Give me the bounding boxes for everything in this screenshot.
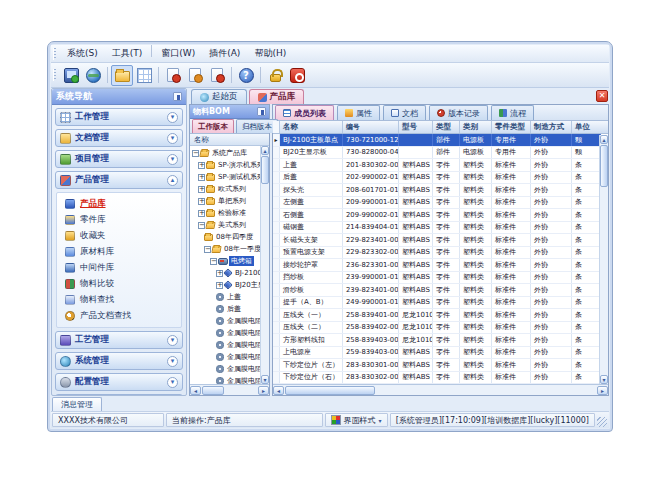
scroll-left-icon[interactable]: ◂ xyxy=(273,386,284,395)
scroll-down-icon[interactable]: ▾ xyxy=(600,375,608,384)
menu-tools[interactable]: 工具(T) xyxy=(105,45,150,62)
tree-node[interactable]: − 系统产品库 xyxy=(190,147,269,159)
document-delete-button[interactable] xyxy=(162,65,184,86)
table-horizontal-scrollbar[interactable]: ◂ ▸ xyxy=(273,384,608,395)
column-header[interactable]: 零件类型 xyxy=(492,121,531,133)
chevron-down-icon[interactable]: ▾ xyxy=(167,335,178,346)
document-close-button[interactable] xyxy=(206,65,228,86)
tree-node[interactable]: 上盖 xyxy=(190,291,269,303)
sidebar-section-process[interactable]: 工艺管理 ▾ xyxy=(55,331,183,349)
menu-system[interactable]: 系统(S) xyxy=(60,45,105,62)
tree-node[interactable]: − 电烤箱 xyxy=(190,255,269,267)
tree-node[interactable]: 金属膜电阻器 xyxy=(190,327,269,339)
tree-expander[interactable]: + xyxy=(198,198,205,205)
tab-documents[interactable]: 文档 xyxy=(383,105,426,120)
tree-node[interactable]: + 单把系列 xyxy=(190,195,269,207)
document-edit-button[interactable] xyxy=(184,65,206,86)
tab-product-library[interactable]: 产品库 xyxy=(249,89,305,104)
tree-node[interactable]: + SP-演示机系列 xyxy=(190,159,269,171)
workspace-button[interactable] xyxy=(60,65,82,86)
tab-message-management[interactable]: 消息管理 xyxy=(52,397,102,411)
scroll-left-icon[interactable]: ◂ xyxy=(190,386,201,395)
sidebar-section-products[interactable]: 产品管理 ▴ xyxy=(55,171,183,189)
chevron-down-icon[interactable]: ▾ xyxy=(167,133,178,144)
column-header[interactable]: 单位 xyxy=(572,121,599,133)
scroll-right-icon[interactable]: ▸ xyxy=(597,386,608,395)
sidebar-item-favorites[interactable]: 收藏夹 xyxy=(65,228,181,244)
sidebar-section-documents[interactable]: 文档管理 ▾ xyxy=(55,129,183,147)
column-header[interactable]: 名称 xyxy=(280,121,343,133)
sidebar-item-raw-materials[interactable]: 原材料库 xyxy=(65,244,181,260)
column-header[interactable]: 类型 xyxy=(433,121,460,133)
scroll-thumb[interactable] xyxy=(600,145,608,187)
tree-node[interactable]: 金属膜电阻器 xyxy=(190,375,269,384)
pin-icon[interactable] xyxy=(173,92,182,101)
接纱轮护罩[interactable]: 接纱轮护罩 236-823301-00I 塑料ABS 零件 塑料类 标准件 外协… xyxy=(273,259,599,272)
chevron-down-icon[interactable]: ▾ xyxy=(167,154,178,165)
scroll-up-icon[interactable]: ▴ xyxy=(600,135,608,144)
右侧盖[interactable]: 右侧盖 209-990002-01I 塑料ABS 零件 塑料类 标准件 外协 条 xyxy=(273,209,599,222)
exit-button[interactable] xyxy=(286,65,308,86)
sidebar-section-extensions[interactable]: SP 扩展功能 ▾ xyxy=(55,394,183,395)
resize-grip[interactable] xyxy=(597,417,607,427)
tree-node[interactable]: 金属膜电阻器 xyxy=(190,363,269,375)
挡纱板[interactable]: 挡纱板 239-990001-01I 塑料ABS 零件 塑料类 标准件 外协 条 xyxy=(273,272,599,285)
tree-node[interactable]: + 欧式系列 xyxy=(190,183,269,195)
左侧盖[interactable]: 左侧盖 209-990001-01I 塑料ABS 零件 塑料类 标准件 外协 条 xyxy=(273,197,599,210)
sidebar-item-parts-library[interactable]: 零件库 xyxy=(65,212,181,228)
menu-window[interactable]: 窗口(W) xyxy=(154,45,202,62)
column-header[interactable]: 制造方式 xyxy=(531,121,572,133)
toolbar-separator[interactable] xyxy=(107,67,108,83)
menu-separator[interactable] xyxy=(151,45,152,57)
tab-workflow[interactable]: 流程 xyxy=(491,105,534,120)
tab-member-list[interactable]: 成员列表 xyxy=(275,105,334,120)
scroll-down-icon[interactable]: ▾ xyxy=(261,375,269,384)
tree-node[interactable]: + 检验标准 xyxy=(190,207,269,219)
scroll-thumb[interactable] xyxy=(202,386,224,395)
chevron-down-icon[interactable]: ▾ xyxy=(167,112,178,123)
tree-node[interactable]: 金属膜电阻器 xyxy=(190,351,269,363)
tree-node[interactable]: − 美式系列 xyxy=(190,219,269,231)
sidebar-section-work[interactable]: 工作管理 ▾ xyxy=(55,108,183,126)
scroll-right-icon[interactable]: ▸ xyxy=(258,386,269,395)
tab-start-page[interactable]: 起始页 xyxy=(191,89,247,104)
tab-properties[interactable]: 属性 xyxy=(337,105,380,120)
tab-working-version[interactable]: 工作版本 xyxy=(192,119,234,133)
tree-horizontal-scrollbar[interactable]: ◂ ▸ xyxy=(190,384,269,395)
tab-version-history[interactable]: 版本记录 xyxy=(429,105,488,120)
menu-drag-grip[interactable] xyxy=(53,48,56,60)
tree-expander[interactable]: + xyxy=(198,162,205,169)
磁钢盖[interactable]: 磁钢盖 214-839404-01I 塑料ABS 零件 塑料类 标准件 外协 条 xyxy=(273,222,599,235)
tree-expander[interactable]: + xyxy=(198,186,205,193)
tab-archived-version[interactable]: 归档版本 xyxy=(236,119,278,133)
sidebar-section-projects[interactable]: 项目管理 ▾ xyxy=(55,150,183,168)
tree-expander[interactable]: − xyxy=(192,150,199,157)
tree-node[interactable]: + SP-测试机系列 xyxy=(190,171,269,183)
tree-expander[interactable]: − xyxy=(204,246,211,253)
sidebar-section-system[interactable]: 系统管理 ▾ xyxy=(55,352,183,370)
tree-node[interactable]: + BJ-2100主板单点 xyxy=(190,267,269,279)
chevron-down-icon[interactable]: ▾ xyxy=(167,377,178,388)
menu-help[interactable]: 帮助(H) xyxy=(247,45,293,62)
network-button[interactable] xyxy=(82,65,104,86)
滑纱板[interactable]: 滑纱板 239-823401-00I 塑料ABS 零件 塑料类 标准件 外协 条 xyxy=(273,284,599,297)
提手（A、B）[interactable]: 提手（A、B） 249-990001-01I 塑料ABS 零件 塑料类 标准件 … xyxy=(273,297,599,310)
toolbar-separator[interactable] xyxy=(260,67,261,83)
tree-node[interactable]: 后盖 xyxy=(190,303,269,315)
tree-expander[interactable]: + xyxy=(198,174,205,181)
tree-expander[interactable]: + xyxy=(216,270,223,277)
open-library-button[interactable] xyxy=(111,65,133,86)
sidebar-item-material-compare[interactable]: 物料比较 xyxy=(65,276,181,292)
sidebar-item-product-doc-search[interactable]: 产品文档查找 xyxy=(65,308,181,324)
sidebar-item-intermediate-parts[interactable]: 中间件库 xyxy=(65,260,181,276)
table-vertical-scrollbar[interactable]: ▴ ▾ xyxy=(599,135,608,384)
tree-node[interactable]: 08年四季度 xyxy=(190,231,269,243)
tree-node[interactable]: − 08年一季度 xyxy=(190,243,269,255)
toolbar-drag-grip[interactable] xyxy=(53,69,56,81)
tree-expander[interactable]: − xyxy=(210,258,217,265)
sidebar-item-material-search[interactable]: 物料查找 xyxy=(65,292,181,308)
scroll-thumb[interactable] xyxy=(285,386,375,395)
下纱定位片（右）[interactable]: 下纱定位片（右） 283-830302-00I 塑料ABS 零件 塑料类 标准件… xyxy=(273,372,599,385)
预置电源支架[interactable]: 预置电源支架 229-823302-00I 塑料ABS 零件 塑料类 标准件 外… xyxy=(273,247,599,260)
column-header[interactable]: 类别 xyxy=(460,121,492,133)
